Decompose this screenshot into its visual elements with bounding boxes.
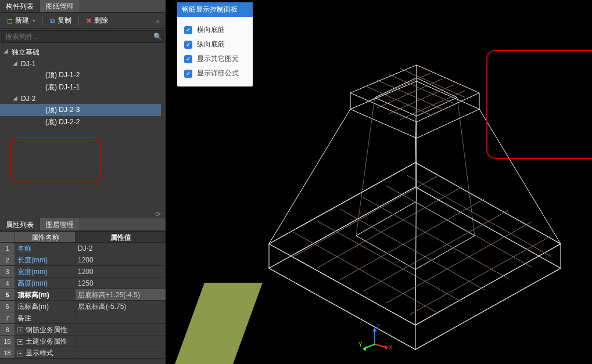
property-value[interactable]: 层底标高(-5.75) bbox=[76, 301, 166, 312]
row-number: 1 bbox=[0, 243, 15, 254]
tree-root-independent-foundation[interactable]: ◢独立基础 bbox=[0, 46, 166, 59]
tab-drawing-management[interactable]: 图纸管理 bbox=[40, 0, 80, 12]
property-table: 1名称DJ-22长度(mm)12003宽度(mm)12004高度(mm)1250… bbox=[0, 243, 166, 364]
property-value[interactable]: 层底标高+1.25(-4.5) bbox=[76, 289, 166, 300]
checkbox-checked-icon: ✓ bbox=[184, 41, 192, 49]
property-name: 钢筋业务属性 bbox=[26, 326, 67, 334]
collapse-icon: ◢ bbox=[13, 95, 17, 101]
new-icon: ◻ bbox=[7, 17, 13, 25]
row-number: 18 bbox=[0, 347, 15, 358]
property-panel: ⟳ 属性列表 图层管理 属性名称 属性值 1名称DJ-22长度(mm)12003… bbox=[0, 210, 166, 364]
header-property-name: 属性名称 bbox=[15, 232, 76, 242]
svg-line-25 bbox=[410, 236, 551, 315]
property-value[interactable]: 1200 bbox=[76, 266, 166, 277]
axis-gizmo: X Y Z bbox=[357, 322, 392, 357]
row-number: 15 bbox=[0, 336, 15, 347]
checkbox-checked-icon: ✓ bbox=[184, 70, 192, 78]
property-value[interactable] bbox=[76, 312, 166, 323]
expand-icon[interactable]: + bbox=[17, 327, 23, 333]
row-number: 8 bbox=[0, 324, 15, 335]
collapse-icon: ◢ bbox=[3, 48, 8, 54]
tree-label: 独立基础 bbox=[12, 48, 40, 56]
copy-icon: ⧉ bbox=[50, 17, 55, 25]
checkbox-row[interactable]: ✓显示详细公式 bbox=[184, 66, 246, 81]
property-row[interactable]: 4高度(mm)1250 bbox=[0, 277, 166, 289]
copy-label: 复制 bbox=[58, 16, 71, 26]
checkbox-checked-icon: ✓ bbox=[184, 55, 192, 63]
row-number: 5 bbox=[0, 289, 15, 300]
rebar-panel-body: ✓横向底筋✓纵向底筋✓显示其它图元✓显示详细公式 bbox=[177, 17, 253, 87]
dropdown-arrow-icon: ▾ bbox=[33, 18, 35, 24]
separator bbox=[78, 16, 79, 26]
copy-button[interactable]: ⧉ 复制 bbox=[46, 15, 75, 27]
property-name-cell: +钢筋业务属性 bbox=[15, 324, 76, 335]
separator bbox=[42, 16, 43, 26]
expand-icon[interactable]: + bbox=[17, 351, 23, 356]
axis-y-label: Y bbox=[358, 341, 363, 348]
collapse-icon: ◢ bbox=[13, 60, 17, 66]
property-name-cell: +显示样式 bbox=[15, 347, 76, 358]
row-number: 2 bbox=[0, 254, 15, 265]
search-icon[interactable]: 🔍 bbox=[151, 33, 164, 41]
delete-icon: ✖ bbox=[86, 17, 92, 25]
svg-line-36 bbox=[365, 86, 430, 115]
tab-property-list[interactable]: 属性列表 bbox=[0, 218, 40, 230]
bottom-tab-bar: 属性列表 图层管理 bbox=[0, 218, 166, 231]
expand-icon[interactable]: + bbox=[17, 339, 23, 345]
property-row[interactable]: 2长度(mm)1200 bbox=[0, 254, 166, 266]
property-row[interactable]: 7备注 bbox=[0, 312, 166, 324]
checkbox-label: 横向底筋 bbox=[197, 25, 225, 35]
tree-node-dj2-bottom[interactable]: (底) DJ-2-2 bbox=[0, 116, 166, 128]
rebar-panel-title: 钢筋显示控制面板 bbox=[177, 2, 253, 17]
header-property-value: 属性值 bbox=[76, 232, 166, 242]
property-value[interactable] bbox=[76, 324, 166, 335]
property-name: 顶标高(m) bbox=[17, 291, 49, 299]
tree-node-dj2-top[interactable]: (顶) DJ-2-3 bbox=[0, 104, 161, 116]
delete-button[interactable]: ✖ 删除 bbox=[82, 15, 112, 27]
property-row[interactable]: 8+钢筋业务属性 bbox=[0, 324, 166, 336]
delete-label: 删除 bbox=[94, 16, 108, 26]
property-row[interactable]: 15+土建业务属性 bbox=[0, 336, 166, 347]
property-value[interactable] bbox=[76, 347, 166, 358]
checkbox-row[interactable]: ✓横向底筋 bbox=[184, 23, 246, 37]
property-value[interactable] bbox=[76, 336, 166, 347]
tree-node-dj1-top[interactable]: (顶) DJ-1-2 bbox=[0, 69, 166, 81]
property-name: 显示样式 bbox=[26, 349, 53, 357]
property-row[interactable]: 18+显示样式 bbox=[0, 347, 166, 359]
refresh-icon[interactable]: ⟳ bbox=[0, 210, 166, 218]
svg-line-23 bbox=[363, 210, 508, 291]
property-name: 宽度(mm) bbox=[17, 268, 48, 276]
rebar-display-panel: 钢筋显示控制面板 ✓横向底筋✓纵向底筋✓显示其它图元✓显示详细公式 bbox=[177, 2, 253, 87]
property-row[interactable]: 6底标高(m)层底标高(-5.75) bbox=[0, 301, 166, 312]
svg-marker-6 bbox=[356, 202, 475, 269]
svg-line-27 bbox=[317, 221, 462, 302]
svg-marker-8 bbox=[350, 81, 479, 138]
property-row[interactable]: 5顶标高(m)层底标高+1.25(-4.5) bbox=[0, 289, 166, 301]
tab-component-list[interactable]: 构件列表 bbox=[0, 0, 40, 12]
property-name-cell: +土建业务属性 bbox=[15, 336, 76, 347]
toolbar-overflow[interactable]: » bbox=[153, 17, 162, 25]
property-table-header: 属性名称 属性值 bbox=[0, 231, 166, 243]
property-value[interactable]: 1250 bbox=[76, 277, 166, 289]
property-row[interactable]: 1名称DJ-2 bbox=[0, 243, 166, 254]
property-row[interactable]: 3宽度(mm)1200 bbox=[0, 266, 166, 277]
component-toolbar: ◻ 新建 ▾ ⧉ 复制 ✖ 删除 » bbox=[0, 13, 166, 29]
svg-line-16 bbox=[479, 109, 561, 244]
property-name: 高度(mm) bbox=[17, 279, 48, 287]
highlight-annotation-tree bbox=[10, 137, 101, 182]
tree-node-dj2[interactable]: ◢DJ-2 bbox=[0, 93, 166, 104]
checkbox-label: 纵向底筋 bbox=[197, 39, 225, 49]
checkbox-row[interactable]: ✓显示其它图元 bbox=[184, 52, 246, 66]
svg-line-33 bbox=[377, 79, 442, 108]
new-button[interactable]: ◻ 新建 ▾ bbox=[3, 15, 39, 27]
svg-line-24 bbox=[386, 222, 532, 303]
checkbox-row[interactable]: ✓纵向底筋 bbox=[184, 37, 246, 52]
property-value[interactable]: DJ-2 bbox=[76, 243, 166, 254]
property-name-cell: 高度(mm) bbox=[15, 277, 76, 289]
search-input[interactable] bbox=[2, 33, 151, 41]
tree-node-dj1-bottom[interactable]: (底) DJ-1-1 bbox=[0, 81, 166, 93]
svg-line-26 bbox=[293, 232, 439, 313]
tree-node-dj1[interactable]: ◢DJ-1 bbox=[0, 59, 166, 69]
tab-layer-management[interactable]: 图层管理 bbox=[40, 218, 80, 230]
property-value[interactable]: 1200 bbox=[76, 254, 166, 265]
